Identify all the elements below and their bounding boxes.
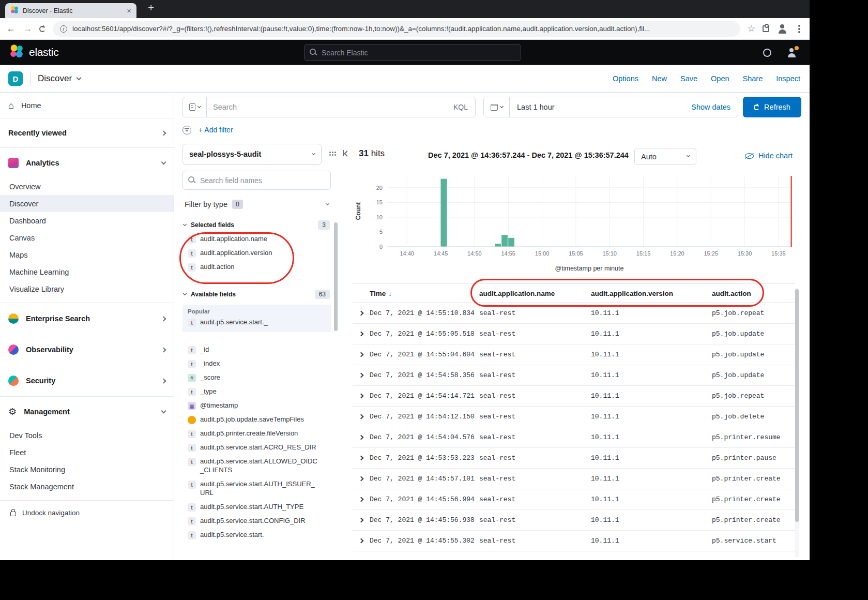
browser-tab[interactable]: Discover - Elastic × <box>5 3 136 18</box>
field-item[interactable]: _id <box>182 343 331 357</box>
time-range-value[interactable]: Last 1 hour <box>510 103 555 111</box>
field-item[interactable]: audit.p5.printer.create.fileVersion <box>182 427 331 441</box>
field-item[interactable]: audit.p5.service.start.ALLOWED_OIDC_CLIE… <box>182 455 331 477</box>
new-button[interactable]: New <box>652 74 667 83</box>
table-row[interactable]: Dec 7, 2021 @ 14:53:53.223 seal-rest 10.… <box>353 448 795 469</box>
user-notifications-icon[interactable] <box>786 47 797 58</box>
nav-observability[interactable]: Observability <box>0 334 174 365</box>
expand-row-icon[interactable] <box>359 435 364 440</box>
undock-navigation[interactable]: Undock navigation <box>0 501 174 524</box>
column-header-time[interactable]: Time ↓ <box>370 290 479 297</box>
expand-row-icon[interactable] <box>359 332 364 337</box>
field-item[interactable]: _index <box>182 357 331 371</box>
field-item[interactable]: audit.p5.service.start.CONFIG_DIR <box>182 514 331 528</box>
breadcrumb[interactable]: Discover <box>38 73 72 84</box>
table-row[interactable]: Dec 7, 2021 @ 14:55:05.518 seal-rest 10.… <box>353 324 795 344</box>
elastic-logo[interactable] <box>9 44 24 61</box>
table-row[interactable]: Dec 7, 2021 @ 14:55:10.834 seal-rest 10.… <box>353 303 795 324</box>
table-row[interactable]: Dec 7, 2021 @ 14:55:04.604 seal-rest 10.… <box>353 344 795 365</box>
new-tab-button[interactable]: + <box>148 2 154 14</box>
filter-icon[interactable] <box>182 126 191 134</box>
expand-row-icon[interactable] <box>359 518 364 523</box>
field-item[interactable]: audit.p5.job.update.saveTempFiles <box>182 413 331 427</box>
tab-close-icon[interactable]: × <box>127 7 131 14</box>
help-icon[interactable] <box>763 49 771 57</box>
field-search[interactable] <box>182 171 331 190</box>
global-search-input[interactable] <box>322 49 515 57</box>
column-header-application-version[interactable]: audit.application.version <box>591 290 712 297</box>
nav-home[interactable]: ⌂ Home <box>0 93 174 118</box>
global-search[interactable] <box>304 44 521 61</box>
nav-recently-viewed[interactable]: Recently viewed <box>0 118 174 147</box>
field-item[interactable]: _type <box>182 385 331 399</box>
nav-security[interactable]: Security <box>0 365 174 396</box>
sort-desc-icon[interactable]: ↓ <box>388 290 392 297</box>
nav-enterprise-search[interactable]: Enterprise Search <box>0 303 174 334</box>
expand-row-icon[interactable] <box>359 414 364 419</box>
extensions-icon[interactable] <box>763 25 769 32</box>
field-search-input[interactable] <box>200 176 325 185</box>
interval-select[interactable]: Auto <box>634 148 696 165</box>
field-item[interactable]: audit.p5.service.start.ACRO_RES_DIR <box>182 441 331 455</box>
back-button[interactable]: ← <box>6 23 16 34</box>
table-scrollbar[interactable] <box>795 288 799 557</box>
field-item[interactable]: _score <box>182 371 331 385</box>
inspect-button[interactable]: Inspect <box>776 74 800 83</box>
site-info-icon[interactable]: i <box>60 25 67 33</box>
expand-row-icon[interactable] <box>359 497 364 502</box>
refresh-button[interactable]: Refresh <box>743 97 801 117</box>
date-quick-select-button[interactable] <box>484 97 510 117</box>
column-header-application-name[interactable]: audit.application.name <box>479 290 591 297</box>
expand-row-icon[interactable] <box>359 476 364 482</box>
field-item[interactable]: audit.p5.service.start.AUTH_ISSUER_URL <box>182 477 331 500</box>
expand-row-icon[interactable] <box>359 394 364 399</box>
hide-chart-button[interactable]: Hide chart <box>745 152 793 160</box>
bookmark-star-icon[interactable]: ☆ <box>748 23 755 34</box>
table-row[interactable]: Dec 7, 2021 @ 14:54:58.356 seal-rest 10.… <box>353 365 795 386</box>
open-button[interactable]: Open <box>711 74 729 83</box>
saved-queries-button[interactable] <box>183 97 207 117</box>
field-item[interactable]: audit.application.version <box>182 246 331 260</box>
nav-item[interactable]: Machine Learning <box>0 263 174 280</box>
field-item[interactable]: audit.action <box>182 260 331 274</box>
nav-item[interactable]: Overview <box>0 178 174 195</box>
table-row[interactable]: Dec 7, 2021 @ 14:54:12.150 seal-rest 10.… <box>353 407 795 427</box>
expand-row-icon[interactable] <box>359 456 364 461</box>
nav-item[interactable]: Discover <box>0 195 174 212</box>
field-item[interactable]: audit.application.name <box>182 232 331 246</box>
table-row[interactable]: Dec 7, 2021 @ 14:45:56.938 seal-rest 10.… <box>353 510 795 531</box>
share-button[interactable]: Share <box>743 74 763 83</box>
expand-row-icon[interactable] <box>359 352 364 357</box>
add-filter-button[interactable]: + Add filter <box>199 126 233 134</box>
nav-item[interactable]: Dashboard <box>0 212 174 229</box>
table-row[interactable]: Dec 7, 2021 @ 14:45:56.994 seal-rest 10.… <box>353 489 795 510</box>
field-item[interactable]: @timestamp <box>182 399 331 413</box>
selected-fields-header[interactable]: Selected fields 3 <box>182 220 331 230</box>
field-item[interactable]: audit.p5.service.start._ <box>182 316 331 329</box>
nav-analytics[interactable]: Analytics <box>0 148 174 178</box>
nav-item[interactable]: Stack Management <box>0 478 174 495</box>
filter-by-type[interactable]: Filter by type 0 <box>182 196 331 213</box>
nav-item[interactable]: Dev Tools <box>0 427 174 444</box>
scrollbar-thumb[interactable] <box>334 222 338 331</box>
index-pattern-selector[interactable]: seal-plossys-5-audit <box>182 144 322 164</box>
options-button[interactable]: Options <box>613 74 638 83</box>
address-bar[interactable]: i localhost:5601/app/discover?#/?_g=(fil… <box>53 21 740 37</box>
show-dates-button[interactable]: Show dates <box>691 103 738 111</box>
table-row[interactable]: Dec 7, 2021 @ 14:45:55.302 seal-rest 10.… <box>353 531 795 551</box>
table-row[interactable]: Dec 7, 2021 @ 14:45:57.101 seal-rest 10.… <box>353 469 795 489</box>
chevron-down-icon[interactable] <box>77 75 82 80</box>
table-row[interactable]: Dec 7, 2021 @ 14:54:14.721 seal-rest 10.… <box>353 386 795 407</box>
collapse-sidebar-icon[interactable] <box>343 149 350 157</box>
nav-item[interactable]: Maps <box>0 246 174 263</box>
expand-row-icon[interactable] <box>359 311 364 316</box>
query-input[interactable] <box>207 103 446 111</box>
grid-dots-icon[interactable] <box>329 152 331 153</box>
column-header-action[interactable]: audit.action <box>712 290 795 297</box>
nav-item[interactable]: Visualize Library <box>0 280 174 297</box>
field-item[interactable]: audit.p5.service.start. <box>182 528 331 542</box>
nav-item[interactable]: Canvas <box>0 229 174 246</box>
available-fields-header[interactable]: Available fields 63 <box>182 290 331 299</box>
space-avatar[interactable]: D <box>8 71 23 86</box>
query-language-button[interactable]: KQL <box>446 103 475 111</box>
